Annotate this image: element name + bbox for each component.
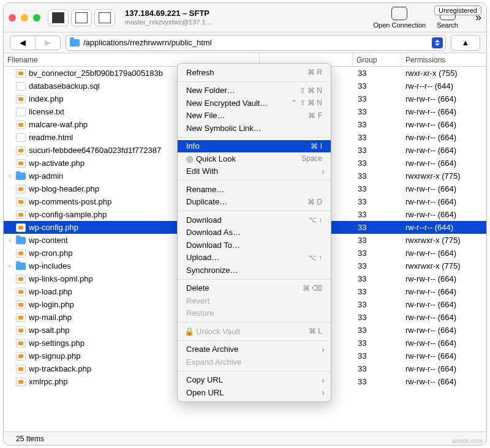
path-dropdown-icon[interactable] bbox=[432, 37, 443, 48]
file-permissions: rw-rw-r-- (664) bbox=[402, 274, 486, 283]
file-permissions: rw-rw-r-- (664) bbox=[402, 377, 486, 386]
file-permissions: rw-rw-r-- (664) bbox=[402, 248, 486, 258]
file-icon bbox=[16, 82, 26, 91]
menu-item-label: Create Archive bbox=[186, 345, 238, 354]
file-name: wp-includes bbox=[29, 261, 71, 271]
menu-item-shortcut: ⌘ I bbox=[311, 142, 322, 151]
path-field[interactable]: /applications/rrezhrwwrn/public_html bbox=[66, 35, 446, 51]
connection-subtitle: master_rxkzvyxtwz@137.1… bbox=[125, 18, 213, 27]
menu-item[interactable]: Rename… bbox=[178, 183, 331, 196]
menu-item[interactable]: Delete⌘ ⌫ bbox=[178, 282, 331, 295]
view-icon-button[interactable] bbox=[48, 9, 69, 26]
disclosure-triangle[interactable]: › bbox=[7, 173, 13, 179]
php-file-icon bbox=[16, 288, 26, 296]
connection-title: 137.184.69.221 – SFTP bbox=[125, 9, 213, 18]
menu-item[interactable]: New Encrypted Vault…⌃ ⇧ ⌘ N bbox=[178, 97, 331, 110]
nav-forward-button[interactable]: ▶ bbox=[36, 36, 60, 50]
menu-item-shortcut: ⌘ ⌫ bbox=[303, 284, 322, 293]
menu-item-shortcut: ⌘ L bbox=[309, 327, 322, 335]
menu-item[interactable]: Download As… bbox=[178, 226, 331, 239]
menu-item[interactable]: Refresh⌘ R bbox=[178, 66, 331, 79]
menu-item[interactable]: Edit With bbox=[178, 165, 331, 178]
context-menu: Refresh⌘ RNew Folder…⇧ ⌘ NNew Encrypted … bbox=[177, 63, 331, 402]
menu-item-label: Download bbox=[186, 215, 222, 225]
php-file-icon bbox=[16, 185, 26, 193]
menu-item[interactable]: Synchronize… bbox=[178, 264, 331, 277]
connection-info: 137.184.69.221 – SFTP master_rxkzvyxtwz@… bbox=[125, 9, 213, 27]
menu-item-label: Download To… bbox=[186, 241, 240, 250]
file-permissions: rw-r--r-- (644) bbox=[402, 223, 486, 232]
menu-item[interactable]: Create Archive bbox=[178, 343, 331, 356]
folder-icon bbox=[16, 237, 26, 244]
unregistered-badge: Unregistered bbox=[434, 6, 481, 15]
menu-item[interactable]: Info⌘ I bbox=[178, 140, 331, 153]
maximize-window-button[interactable] bbox=[33, 14, 40, 21]
column-view-icon bbox=[52, 12, 64, 23]
file-permissions: rw-rw-r-- (664) bbox=[402, 146, 486, 155]
file-group: 33 bbox=[353, 223, 402, 232]
menu-item-label: Upload… bbox=[186, 253, 219, 262]
status-text: 25 Items bbox=[16, 435, 44, 443]
path-text: /applications/rrezhrwwrn/public_html bbox=[83, 38, 212, 47]
file-name: readme.html bbox=[29, 133, 73, 142]
file-name: wp-content bbox=[29, 236, 68, 245]
open-connection-button[interactable]: Open Connection bbox=[374, 7, 426, 29]
file-permissions: rw-rw-r-- (664) bbox=[402, 313, 486, 322]
file-permissions: rw-rw-r-- (664) bbox=[402, 326, 486, 335]
menu-item[interactable]: Upload…⌥ ↑ bbox=[178, 252, 331, 264]
menu-item: Revert bbox=[178, 294, 331, 307]
disclosure-triangle[interactable]: › bbox=[7, 263, 13, 269]
php-file-icon bbox=[16, 95, 26, 103]
file-permissions: rw-rw-r-- (664) bbox=[402, 184, 486, 193]
php-file-icon bbox=[16, 313, 26, 322]
menu-item-icon: ◎ bbox=[184, 154, 195, 163]
file-name: wp-trackback.php bbox=[29, 364, 91, 373]
header-group[interactable]: Group bbox=[353, 53, 402, 66]
menu-item-label: Synchronize… bbox=[186, 266, 238, 275]
file-name: sucuri-febbdee64760a023fd1f772387 bbox=[29, 146, 161, 155]
traffic-lights bbox=[9, 14, 48, 21]
menu-item-label: Open URL bbox=[186, 388, 224, 397]
file-group: 33 bbox=[353, 69, 402, 78]
file-permissions: rw-rw-r-- (664) bbox=[402, 159, 486, 168]
view-split-button[interactable] bbox=[94, 9, 115, 26]
file-icon bbox=[16, 133, 26, 142]
menu-item[interactable]: Download⌥ ↓ bbox=[178, 214, 331, 226]
file-group: 33 bbox=[353, 300, 402, 309]
php-file-icon bbox=[16, 275, 26, 283]
menu-item-label: Info bbox=[186, 141, 200, 151]
menu-item-label: Expand Archive bbox=[186, 357, 241, 367]
up-folder-button[interactable]: ▲ bbox=[451, 35, 480, 51]
menu-item-shortcut: ⌥ ↓ bbox=[308, 215, 322, 224]
nav-back-button[interactable]: ◀ bbox=[10, 36, 35, 50]
menu-item[interactable]: Download To… bbox=[178, 239, 331, 252]
menu-item[interactable]: New File…⌘ F bbox=[178, 110, 331, 122]
menu-item-label: Duplicate… bbox=[186, 197, 227, 206]
view-list-button[interactable] bbox=[71, 9, 92, 26]
file-permissions: rwxr-xr-x (755) bbox=[402, 69, 486, 78]
file-name: malcare-waf.php bbox=[29, 120, 88, 129]
file-name: wp-cron.php bbox=[29, 248, 73, 258]
file-name: license.txt bbox=[29, 107, 64, 116]
php-file-icon bbox=[16, 69, 26, 78]
menu-item[interactable]: Open URL bbox=[178, 386, 331, 399]
minimize-window-button[interactable] bbox=[21, 14, 28, 21]
file-group: 33 bbox=[353, 287, 402, 296]
file-permissions: rw-rw-r-- (664) bbox=[402, 287, 486, 296]
menu-item[interactable]: Copy URL bbox=[178, 374, 331, 387]
menu-item[interactable]: ◎Quick LookSpace bbox=[178, 152, 331, 165]
menu-item[interactable]: Duplicate…⌘ D bbox=[178, 196, 331, 209]
globe-plus-icon bbox=[391, 7, 407, 20]
menu-item[interactable]: New Symbolic Link… bbox=[178, 122, 331, 135]
file-permissions: rwxrwxr-x (775) bbox=[402, 236, 486, 245]
php-file-icon bbox=[16, 378, 26, 386]
close-window-button[interactable] bbox=[9, 14, 16, 21]
header-permissions[interactable]: Permissions bbox=[402, 53, 486, 66]
menu-item[interactable]: New Folder…⇧ ⌘ N bbox=[178, 84, 331, 97]
file-permissions: rw-rw-r-- (664) bbox=[402, 197, 486, 206]
nav-segment: ◀ ▶ bbox=[10, 35, 61, 50]
disclosure-triangle[interactable]: › bbox=[7, 237, 13, 244]
menu-item-shortcut: ⇧ ⌘ N bbox=[300, 86, 322, 95]
file-name: wp-comments-post.php bbox=[29, 197, 111, 206]
file-group: 33 bbox=[353, 377, 402, 386]
